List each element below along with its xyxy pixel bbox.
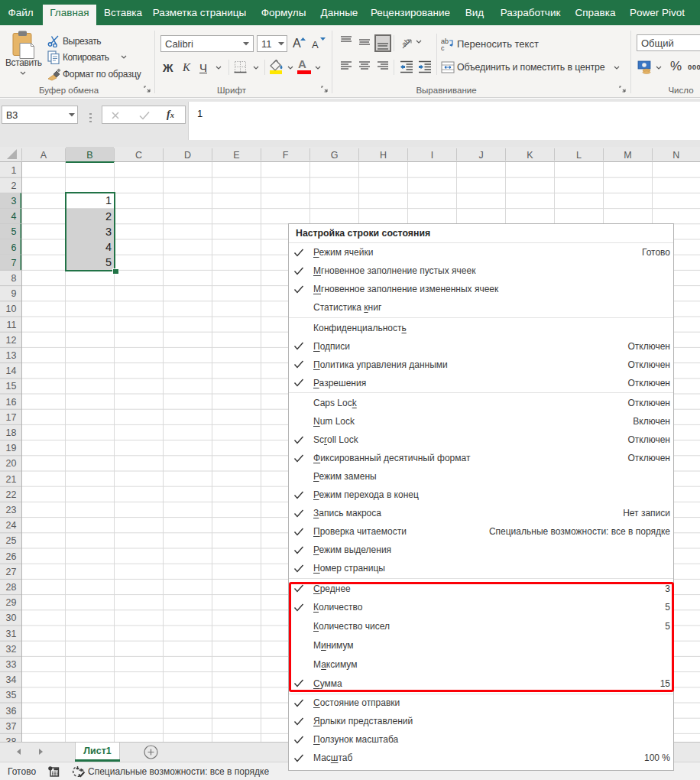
svg-text:36: 36 (6, 706, 17, 717)
svg-text:4: 4 (11, 211, 17, 222)
svg-text:21: 21 (6, 474, 17, 485)
svg-text:2: 2 (11, 180, 17, 191)
svg-text:B: B (86, 150, 92, 161)
svg-text:17: 17 (6, 412, 17, 423)
svg-text:1: 1 (11, 165, 17, 176)
svg-text:A: A (41, 150, 47, 161)
svg-text:8: 8 (11, 273, 17, 284)
svg-text:18: 18 (6, 427, 17, 438)
svg-text:H: H (380, 150, 387, 161)
svg-text:3: 3 (11, 196, 17, 206)
svg-text:20: 20 (6, 458, 17, 469)
svg-text:23: 23 (6, 505, 17, 515)
svg-text:29: 29 (6, 597, 17, 608)
svg-text:G: G (331, 150, 339, 161)
svg-text:37: 37 (6, 721, 17, 732)
svg-text:K: K (527, 150, 533, 161)
svg-text:F: F (283, 150, 289, 161)
svg-text:26: 26 (6, 551, 17, 562)
svg-text:9: 9 (11, 288, 17, 299)
svg-text:16: 16 (6, 397, 17, 408)
svg-text:D: D (184, 150, 191, 161)
svg-text:35: 35 (6, 690, 17, 700)
svg-text:27: 27 (6, 567, 17, 577)
svg-text:M: M (624, 150, 631, 161)
svg-text:25: 25 (6, 535, 17, 546)
svg-text:33: 33 (6, 659, 17, 670)
svg-text:N: N (672, 150, 679, 161)
svg-text:32: 32 (6, 644, 17, 655)
svg-text:19: 19 (6, 443, 17, 453)
svg-text:22: 22 (6, 489, 17, 500)
svg-text:24: 24 (6, 520, 17, 531)
svg-text:E: E (233, 150, 239, 161)
svg-text:13: 13 (6, 350, 17, 361)
svg-text:31: 31 (6, 629, 17, 639)
svg-text:15: 15 (6, 381, 17, 392)
svg-text:34: 34 (6, 674, 17, 685)
svg-text:C: C (135, 150, 142, 161)
svg-text:5: 5 (11, 226, 17, 237)
svg-text:c: c (441, 44, 445, 51)
svg-text:28: 28 (6, 582, 17, 593)
svg-text:ab: ab (400, 37, 411, 48)
svg-text:I: I (431, 150, 433, 161)
svg-text:J: J (478, 150, 483, 161)
svg-text:12: 12 (6, 335, 17, 346)
svg-text:6: 6 (11, 242, 17, 253)
svg-text:14: 14 (6, 366, 17, 376)
svg-text:11: 11 (7, 320, 17, 330)
svg-text:10: 10 (6, 304, 17, 314)
svg-text:7: 7 (11, 258, 17, 268)
svg-text:L: L (576, 150, 582, 161)
svg-text:38: 38 (6, 736, 17, 742)
svg-text:30: 30 (6, 613, 17, 623)
